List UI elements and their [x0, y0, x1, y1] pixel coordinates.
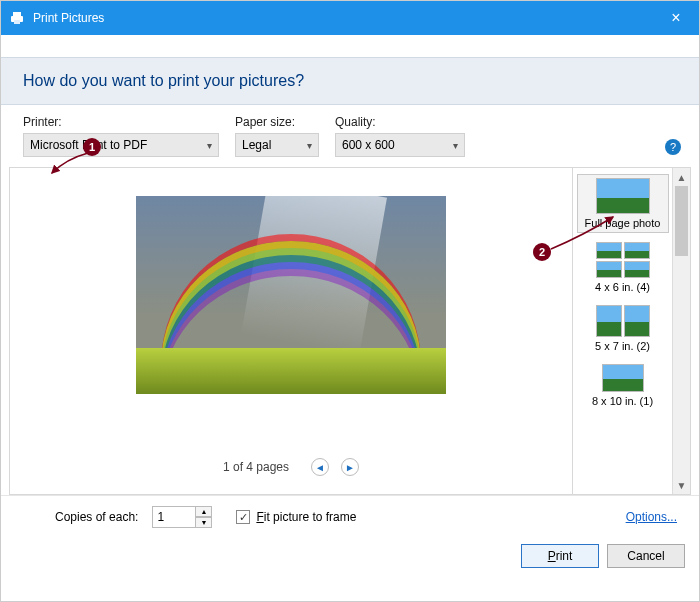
- fit-to-frame-checkbox[interactable]: ✓ FFit picture to frameit picture to fra…: [236, 510, 356, 524]
- help-icon: ?: [670, 141, 676, 153]
- grid-4-icon: [596, 242, 650, 278]
- fit-label: FFit picture to frameit picture to frame: [256, 510, 356, 524]
- layout-label: 4 x 6 in. (4): [577, 281, 669, 293]
- arrow-left-icon: ◄: [315, 462, 325, 473]
- annotation-callout-1: 1: [83, 138, 101, 156]
- middle-area: 1 of 4 pages ◄ ► Full page photo 4 x 6 i…: [9, 167, 691, 495]
- pager-label: 1 of 4 pages: [223, 460, 289, 474]
- arrow-up-icon: ▲: [200, 508, 207, 515]
- arrow-down-icon: ▼: [677, 480, 687, 491]
- layout-full-page[interactable]: Full page photo: [577, 174, 669, 233]
- quality-value: 600 x 600: [342, 138, 395, 152]
- annotation-callout-2: 2: [533, 243, 551, 261]
- grid-2-icon: [596, 305, 650, 337]
- cancel-button[interactable]: Cancel: [607, 544, 685, 568]
- scroll-down-button[interactable]: ▼: [673, 476, 691, 494]
- layout-scrollbar[interactable]: ▲ ▼: [672, 168, 690, 494]
- pager: 1 of 4 pages ◄ ►: [223, 458, 359, 476]
- titlebar: Print Pictures ×: [1, 1, 699, 35]
- printer-field: Printer: Microsoft Print to PDF ▾: [23, 115, 219, 157]
- arrow-right-icon: ►: [345, 462, 355, 473]
- chevron-down-icon: ▾: [453, 140, 458, 151]
- checkbox-box: ✓: [236, 510, 250, 524]
- quality-dropdown[interactable]: 600 x 600 ▾: [335, 133, 465, 157]
- copies-spinner: ▲ ▼: [152, 506, 212, 528]
- paper-size-field: Paper size: Legal ▾: [235, 115, 319, 157]
- photo-thumb-icon: [596, 178, 650, 214]
- scroll-track[interactable]: [673, 186, 690, 476]
- layout-label: 5 x 7 in. (2): [577, 340, 669, 352]
- photo-thumb-icon: [602, 364, 644, 392]
- copies-up-button[interactable]: ▲: [196, 506, 212, 517]
- printer-label: Printer:: [23, 115, 219, 129]
- options-link[interactable]: Options...: [626, 510, 677, 524]
- scroll-thumb[interactable]: [675, 186, 688, 256]
- quality-label: Quality:: [335, 115, 465, 129]
- paper-size-value: Legal: [242, 138, 271, 152]
- copies-row: Copies of each: ▲ ▼ ✓ FFit picture to fr…: [1, 495, 699, 536]
- layout-8x10[interactable]: 8 x 10 in. (1): [577, 361, 669, 410]
- preview-image: [136, 196, 446, 394]
- prev-page-button[interactable]: ◄: [311, 458, 329, 476]
- preview-pane: 1 of 4 pages ◄ ►: [9, 167, 573, 495]
- copies-label: Copies of each:: [55, 510, 138, 524]
- scroll-up-button[interactable]: ▲: [673, 168, 691, 186]
- check-icon: ✓: [239, 511, 248, 524]
- arrow-down-icon: ▼: [200, 519, 207, 526]
- header-band: How do you want to print your pictures?: [1, 57, 699, 105]
- chevron-down-icon: ▾: [307, 140, 312, 151]
- layout-label: 8 x 10 in. (1): [577, 395, 669, 407]
- close-button[interactable]: ×: [653, 1, 699, 35]
- header-question: How do you want to print your pictures?: [23, 72, 677, 90]
- next-page-button[interactable]: ►: [341, 458, 359, 476]
- footer: PrintPrint Cancel: [1, 536, 699, 580]
- layout-list: Full page photo 4 x 6 in. (4) 5 x 7 in. …: [573, 168, 672, 494]
- quality-field: Quality: 600 x 600 ▾: [335, 115, 465, 157]
- arrow-up-icon: ▲: [677, 172, 687, 183]
- paper-size-label: Paper size:: [235, 115, 319, 129]
- printer-icon: [9, 10, 25, 26]
- chevron-down-icon: ▾: [207, 140, 212, 151]
- paper-size-dropdown[interactable]: Legal ▾: [235, 133, 319, 157]
- print-button[interactable]: PrintPrint: [521, 544, 599, 568]
- svg-rect-2: [14, 20, 20, 24]
- window-title: Print Pictures: [33, 11, 104, 25]
- close-icon: ×: [671, 9, 680, 27]
- copies-input[interactable]: [152, 506, 196, 528]
- printer-dropdown[interactable]: Microsoft Print to PDF ▾: [23, 133, 219, 157]
- layout-4x6[interactable]: 4 x 6 in. (4): [577, 239, 669, 296]
- help-button[interactable]: ?: [665, 139, 681, 155]
- layout-5x7[interactable]: 5 x 7 in. (2): [577, 302, 669, 355]
- layout-label: Full page photo: [578, 217, 668, 229]
- copies-down-button[interactable]: ▼: [196, 517, 212, 528]
- controls-row: Printer: Microsoft Print to PDF ▾ Paper …: [1, 115, 699, 157]
- svg-rect-1: [13, 12, 21, 16]
- layout-panel: Full page photo 4 x 6 in. (4) 5 x 7 in. …: [573, 167, 691, 495]
